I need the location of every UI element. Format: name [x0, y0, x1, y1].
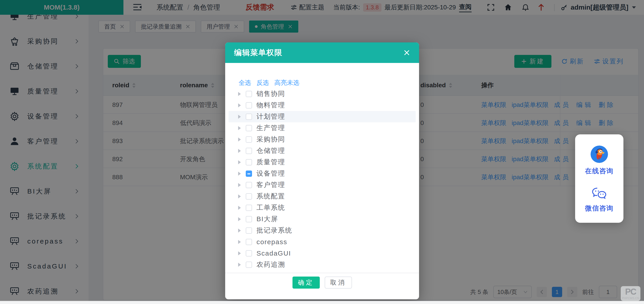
expand-caret-icon[interactable]: [238, 126, 241, 130]
tree-node-ScadaGUI[interactable]: ScadaGUI: [228, 248, 416, 259]
tree-node-销售协同[interactable]: 销售协同: [228, 88, 416, 100]
online-consult-label[interactable]: 在线咨询: [585, 166, 614, 176]
tree-node-设备管理[interactable]: 设备管理: [228, 168, 416, 179]
tree-node-批记录系统[interactable]: 批记录系统: [228, 225, 416, 236]
edit-menu-permission-modal: 编辑菜单权限 全选 反选 高亮未选 销售协同物料管理计划管理生产管理采购协同仓储…: [225, 42, 419, 299]
tree-node-label: 生产管理: [256, 124, 285, 133]
cancel-button[interactable]: 取消: [325, 277, 352, 289]
tree-checkbox[interactable]: [246, 205, 252, 211]
tree-node-系统配置[interactable]: 系统配置: [228, 191, 416, 202]
tree-checkbox[interactable]: [246, 136, 252, 143]
expand-caret-icon[interactable]: [238, 149, 241, 153]
tree-checkbox[interactable]: [246, 114, 252, 120]
tree-node-label: 采购协同: [256, 135, 285, 144]
expand-caret-icon[interactable]: [238, 206, 241, 210]
expand-caret-icon[interactable]: [238, 194, 241, 198]
expand-caret-icon[interactable]: [238, 229, 241, 233]
invert-selection-link[interactable]: 反选: [256, 79, 269, 87]
close-icon[interactable]: [404, 49, 410, 56]
tree-node-采购协同[interactable]: 采购协同: [228, 134, 416, 145]
expand-caret-icon[interactable]: [238, 183, 241, 187]
tree-select-links: 全选 反选 高亮未选: [238, 79, 300, 87]
expand-caret-icon[interactable]: [238, 251, 241, 255]
tree-node-label: 设备管理: [256, 169, 285, 178]
modal-title: 编辑菜单权限: [234, 47, 282, 58]
tree-checkbox[interactable]: [246, 170, 252, 177]
expand-caret-icon[interactable]: [238, 138, 241, 142]
permission-tree: 销售协同物料管理计划管理生产管理采购协同仓储管理质量管理设备管理客户管理系统配置…: [225, 88, 419, 270]
tree-node-仓储管理[interactable]: 仓储管理: [228, 145, 416, 156]
tree-node-物料管理[interactable]: 物料管理: [228, 100, 416, 111]
wechat-icon[interactable]: [592, 187, 607, 200]
expand-caret-icon[interactable]: [238, 263, 241, 267]
tree-node-客户管理[interactable]: 客户管理: [228, 179, 416, 191]
tree-node-label: BI大屏: [256, 214, 278, 224]
tree-node-label: 客户管理: [256, 180, 285, 189]
tree-checkbox[interactable]: [246, 239, 252, 245]
tree-checkbox[interactable]: [246, 102, 252, 109]
expand-caret-icon[interactable]: [238, 92, 241, 96]
tree-node-生产管理[interactable]: 生产管理: [228, 122, 416, 134]
watermark-caption: PHPCMS.CN: [622, 297, 639, 300]
tree-checkbox[interactable]: [246, 193, 252, 199]
tree-checkbox[interactable]: [246, 125, 252, 131]
tree-node-质量管理[interactable]: 质量管理: [228, 156, 416, 168]
tree-node-label: 计划管理: [256, 112, 285, 121]
phpcms-watermark: PC PHPCMS.CN: [621, 286, 640, 301]
tree-checkbox[interactable]: [246, 227, 252, 234]
parrot-avatar[interactable]: [590, 146, 608, 163]
expand-caret-icon[interactable]: [238, 240, 241, 244]
tree-checkbox[interactable]: [246, 91, 252, 97]
wechat-consult-label[interactable]: 微信咨询: [585, 204, 614, 213]
tree-node-label: 仓储管理: [256, 146, 285, 155]
confirm-button[interactable]: 确定: [292, 277, 320, 289]
tree-node-label: 质量管理: [256, 157, 285, 167]
modal-header: 编辑菜单权限: [225, 42, 419, 63]
expand-caret-icon[interactable]: [238, 217, 241, 221]
tree-checkbox[interactable]: [246, 216, 252, 222]
tree-node-label: ScadaGUI: [256, 250, 291, 257]
tree-node-label: 批记录系统: [256, 226, 292, 235]
tree-node-label: 系统配置: [256, 192, 285, 201]
tree-node-BI大屏[interactable]: BI大屏: [228, 213, 416, 225]
tree-checkbox[interactable]: [246, 159, 252, 165]
tree-node-label: 农药追溯: [256, 260, 285, 269]
consult-float-panel: 在线咨询 微信咨询: [575, 134, 624, 223]
expand-caret-icon[interactable]: [238, 160, 241, 164]
watermark-logo: PC: [625, 288, 636, 296]
tree-checkbox[interactable]: [246, 250, 252, 257]
tree-node-corepass[interactable]: corepass: [228, 236, 416, 248]
horizontal-scrollbar[interactable]: [0, 301, 644, 304]
modal-footer: 确定 取消: [225, 273, 419, 289]
tree-node-label: 工单系统: [256, 203, 285, 212]
tree-node-工单系统[interactable]: 工单系统: [228, 202, 416, 213]
tree-checkbox[interactable]: [246, 262, 252, 268]
tree-node-农药追溯[interactable]: 农药追溯: [228, 259, 416, 270]
tree-checkbox[interactable]: [246, 182, 252, 188]
tree-node-计划管理[interactable]: 计划管理: [228, 111, 416, 122]
expand-caret-icon[interactable]: [238, 115, 241, 119]
expand-caret-icon[interactable]: [238, 172, 241, 176]
select-all-link[interactable]: 全选: [238, 79, 251, 87]
expand-caret-icon[interactable]: [238, 103, 241, 107]
tree-node-label: corepass: [256, 238, 287, 246]
tree-checkbox[interactable]: [246, 148, 252, 154]
tree-node-label: 销售协同: [256, 89, 285, 98]
tree-node-label: 物料管理: [256, 101, 285, 110]
highlight-unselected-link[interactable]: 高亮未选: [274, 79, 300, 87]
